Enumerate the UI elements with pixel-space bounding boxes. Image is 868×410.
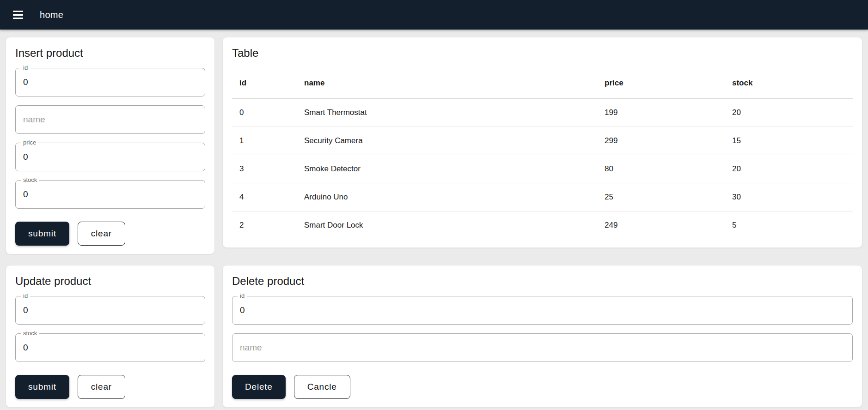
cell-stock: 20 xyxy=(725,155,853,183)
insert-id-field: id xyxy=(15,68,205,96)
table-body: 0 Smart Thermostat 199 20 1 Security Cam… xyxy=(232,98,853,239)
cell-price: 249 xyxy=(597,211,725,239)
insert-stock-field: stock xyxy=(15,180,205,209)
delete-name-field xyxy=(232,333,853,362)
cell-id: 2 xyxy=(232,211,297,239)
insert-name-input[interactable] xyxy=(16,106,205,133)
insert-stock-input[interactable] xyxy=(16,181,205,208)
insert-id-input[interactable] xyxy=(16,68,205,96)
cell-name: Smoke Detector xyxy=(297,155,597,183)
cell-price: 25 xyxy=(597,183,725,211)
app-bar: home xyxy=(0,0,868,30)
delete-product-card: Delete product id Delete Cancle xyxy=(222,265,862,408)
cell-id: 1 xyxy=(232,127,297,155)
menu-button[interactable] xyxy=(7,4,29,25)
column-header-stock: stock xyxy=(725,68,853,98)
update-stock-input[interactable] xyxy=(16,334,205,362)
main-content: Insert product id price stock submit cle… xyxy=(0,30,868,410)
page-title: home xyxy=(40,10,63,20)
table-header: id name price stock xyxy=(232,68,853,98)
cell-name: Smart Thermostat xyxy=(297,98,597,127)
cell-name: Smart Door Lock xyxy=(297,211,597,239)
update-id-field: id xyxy=(15,296,205,325)
cell-name: Arduino Uno xyxy=(297,183,597,211)
delete-buttons-row: Delete Cancle xyxy=(232,375,853,399)
table-card-title: Table xyxy=(232,47,853,60)
update-buttons-row: submit clear xyxy=(15,375,205,399)
app-root: home Insert product id price stock submi xyxy=(0,0,868,410)
update-stock-field: stock xyxy=(15,333,205,362)
insert-price-input[interactable] xyxy=(16,143,205,171)
delete-id-input[interactable] xyxy=(232,296,852,324)
update-card-title: Update product xyxy=(15,275,205,288)
column-header-name: name xyxy=(297,68,597,98)
table-row: 1 Security Camera 299 15 xyxy=(232,127,853,155)
insert-price-field-label: price xyxy=(21,139,38,146)
update-id-input[interactable] xyxy=(16,296,205,324)
delete-id-field: id xyxy=(232,296,853,325)
cell-stock: 5 xyxy=(725,211,853,239)
insert-product-card: Insert product id price stock submit cle… xyxy=(6,37,215,254)
insert-clear-button[interactable]: clear xyxy=(78,222,125,246)
cell-price: 199 xyxy=(597,98,725,127)
table-card: Table id name price stock 0 Sma xyxy=(222,37,862,248)
cell-stock: 20 xyxy=(725,98,853,127)
insert-id-field-label: id xyxy=(21,64,30,72)
delete-name-input[interactable] xyxy=(232,334,852,362)
cell-stock: 30 xyxy=(725,183,853,211)
delete-id-field-label: id xyxy=(238,292,247,300)
insert-submit-button[interactable]: submit xyxy=(15,222,69,246)
table-row: 4 Arduino Uno 25 30 xyxy=(232,183,853,211)
table-row: 0 Smart Thermostat 199 20 xyxy=(232,98,853,127)
delete-button[interactable]: Delete xyxy=(232,375,286,399)
table-row: 2 Smart Door Lock 249 5 xyxy=(232,211,853,239)
table-header-row: id name price stock xyxy=(232,68,853,98)
hamburger-menu-icon xyxy=(13,11,23,19)
insert-buttons-row: submit clear xyxy=(15,222,205,246)
cell-id: 3 xyxy=(232,155,297,183)
cell-id: 0 xyxy=(232,98,297,127)
cell-price: 80 xyxy=(597,155,725,183)
menu-bar xyxy=(13,11,23,12)
cancel-button[interactable]: Cancle xyxy=(294,375,350,399)
update-clear-button[interactable]: clear xyxy=(78,375,125,399)
table-row: 3 Smoke Detector 80 20 xyxy=(232,155,853,183)
delete-card-title: Delete product xyxy=(232,275,853,288)
products-table: id name price stock 0 Smart Thermostat 1… xyxy=(232,68,853,239)
insert-name-field xyxy=(15,105,205,134)
insert-price-field: price xyxy=(15,143,205,171)
column-header-id: id xyxy=(232,68,297,98)
update-id-field-label: id xyxy=(21,292,30,300)
insert-stock-field-label: stock xyxy=(21,176,39,184)
cell-stock: 15 xyxy=(725,127,853,155)
cell-id: 4 xyxy=(232,183,297,211)
cell-price: 299 xyxy=(597,127,725,155)
update-stock-field-label: stock xyxy=(21,330,39,337)
update-submit-button[interactable]: submit xyxy=(15,375,69,399)
insert-card-title: Insert product xyxy=(15,47,205,60)
column-header-price: price xyxy=(597,68,725,98)
menu-bar xyxy=(13,18,23,19)
menu-bar xyxy=(13,14,23,16)
cell-name: Security Camera xyxy=(297,127,597,155)
update-product-card: Update product id stock submit clear xyxy=(6,265,215,408)
